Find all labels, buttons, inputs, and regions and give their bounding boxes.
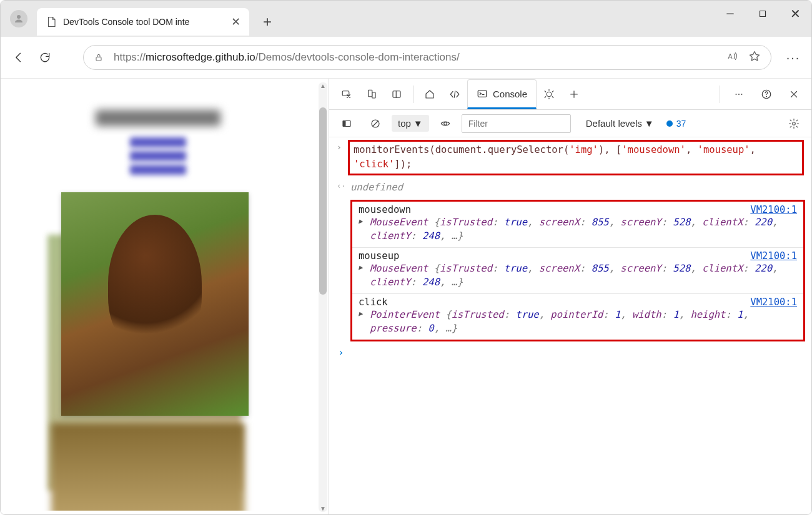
svg-point-0	[17, 15, 21, 19]
address-actions: A	[727, 50, 761, 65]
file-icon	[46, 16, 57, 28]
svg-rect-3	[96, 57, 101, 61]
expand-icon[interactable]: ▶	[359, 263, 363, 273]
return-icon: ‹·	[337, 178, 348, 197]
title-bar: DevTools Console tool DOM inte ✕ + ✕	[1, 1, 811, 37]
event-object[interactable]: ▶MouseEvent {isTrusted: true, screenX: 8…	[359, 215, 797, 243]
input-highlight-box: monitorEvents(document.querySelector('im…	[348, 140, 804, 175]
issue-count-label: 37	[676, 119, 686, 129]
address-bar[interactable]: https://microsoftedge.github.io/Demos/de…	[83, 45, 771, 70]
clear-console-icon[interactable]	[363, 111, 388, 136]
levels-label: Default levels	[586, 118, 642, 129]
expand-icon[interactable]: ▶	[359, 309, 363, 319]
return-value: undefined	[348, 178, 403, 197]
log-levels-dropdown[interactable]: Default levels ▼	[586, 118, 654, 129]
page-pane: ▲ ▼	[1, 79, 329, 515]
filter-input[interactable]	[462, 114, 571, 133]
console-subbar: top ▼ Default levels ▼ 37	[329, 110, 811, 137]
page-content[interactable]	[8, 86, 308, 511]
devtools-more-button[interactable]: ···	[726, 82, 751, 107]
svg-marker-5	[750, 52, 760, 61]
events-highlight-box: mousedownVM2100:1▶MouseEvent {isTrusted:…	[350, 200, 805, 341]
svg-rect-2	[760, 11, 766, 17]
event-object[interactable]: ▶MouseEvent {isTrusted: true, screenX: 8…	[359, 262, 797, 290]
page-scrollbar[interactable]: ▲ ▼	[319, 82, 327, 512]
console-icon	[477, 88, 488, 99]
event-entry[interactable]: mousedownVM2100:1▶MouseEvent {isTrusted:…	[352, 202, 803, 248]
svg-line-19	[545, 96, 546, 97]
scroll-down-icon[interactable]: ▼	[320, 505, 326, 512]
blurred-link	[130, 151, 186, 161]
close-tab-icon[interactable]: ✕	[231, 15, 240, 29]
nav-bar: https://microsoftedge.github.io/Demos/de…	[1, 37, 811, 78]
event-name: mousedown	[359, 204, 411, 215]
console-input-row: › monitorEvents(document.querySelector('…	[329, 139, 811, 177]
lock-icon	[94, 52, 104, 62]
minimize-button[interactable]	[714, 1, 746, 27]
context-dropdown[interactable]: top ▼	[392, 115, 429, 132]
console-settings-icon[interactable]	[781, 111, 806, 136]
svg-rect-8	[372, 92, 375, 98]
event-name: click	[359, 297, 388, 308]
svg-line-30	[373, 121, 378, 126]
svg-line-18	[552, 96, 553, 97]
console-output[interactable]: › monitorEvents(document.querySelector('…	[329, 137, 811, 515]
close-window-button[interactable]: ✕	[779, 1, 811, 27]
svg-point-14	[547, 92, 552, 97]
sidebar-toggle-icon[interactable]	[334, 111, 359, 136]
read-aloud-icon[interactable]: A	[727, 51, 738, 64]
scroll-up-icon[interactable]: ▲	[320, 82, 326, 89]
new-tab-button[interactable]: +	[263, 13, 272, 37]
svg-point-31	[443, 122, 447, 125]
devtools-toolbar: Console ···	[329, 79, 811, 110]
chevron-down-icon: ▼	[413, 118, 423, 129]
svg-point-32	[793, 122, 796, 125]
svg-line-11	[454, 91, 455, 97]
device-toggle-icon[interactable]	[359, 82, 384, 107]
main-photo[interactable]	[61, 192, 249, 416]
console-prompt[interactable]: ›	[329, 341, 811, 363]
event-source-link[interactable]: VM2100:1	[750, 204, 797, 215]
devtools-panel: Console ··· top ▼ Default levels ▼	[329, 79, 811, 515]
back-button[interactable]	[6, 44, 32, 71]
blurred-link	[130, 165, 186, 175]
console-tab-label: Console	[493, 89, 527, 99]
event-object[interactable]: ▶PointerEvent {isTrusted: true, pointerI…	[359, 308, 797, 336]
event-entry[interactable]: mouseupVM2100:1▶MouseEvent {isTrusted: t…	[352, 248, 803, 294]
blurred-heading	[96, 110, 220, 126]
welcome-tab-icon[interactable]	[417, 82, 442, 107]
help-icon[interactable]	[754, 82, 779, 107]
context-label: top	[398, 118, 411, 129]
elements-tab-icon[interactable]	[442, 82, 467, 107]
url-text: https://microsoftedge.github.io/Demos/de…	[114, 51, 727, 64]
console-return-row: ‹· undefined	[329, 177, 811, 199]
live-expression-icon[interactable]	[433, 111, 458, 136]
new-tab-button[interactable]	[562, 82, 587, 107]
event-entry[interactable]: clickVM2100:1▶PointerEvent {isTrusted: t…	[352, 294, 803, 340]
browser-more-button[interactable]: ···	[780, 51, 806, 65]
expand-icon[interactable]: ▶	[359, 217, 363, 227]
maximize-button[interactable]	[746, 1, 779, 27]
browser-tab[interactable]: DevTools Console tool DOM inte ✕	[37, 8, 249, 36]
profile-avatar[interactable]	[10, 10, 27, 27]
blurred-photo	[51, 423, 245, 511]
chevron-down-icon: ▼	[645, 118, 654, 129]
event-source-link[interactable]: VM2100:1	[750, 297, 797, 308]
inspect-element-icon[interactable]	[334, 82, 359, 107]
svg-rect-7	[369, 90, 372, 97]
svg-line-17	[545, 91, 546, 92]
refresh-button[interactable]	[32, 44, 58, 71]
svg-line-20	[552, 91, 553, 92]
close-devtools-button[interactable]	[781, 82, 806, 107]
scrollbar-thumb[interactable]	[319, 107, 327, 295]
svg-rect-12	[478, 91, 487, 97]
issues-tab-icon[interactable]	[537, 82, 562, 107]
dock-side-icon[interactable]	[384, 82, 409, 107]
console-tab[interactable]: Console	[467, 79, 537, 109]
svg-text:A: A	[728, 52, 733, 60]
event-source-link[interactable]: VM2100:1	[750, 250, 797, 262]
content-area: ▲ ▼ Console ···	[1, 79, 811, 515]
tab-title: DevTools Console tool DOM inte	[63, 17, 225, 27]
favorite-icon[interactable]	[748, 50, 761, 65]
issue-count[interactable]: 37	[666, 119, 686, 129]
